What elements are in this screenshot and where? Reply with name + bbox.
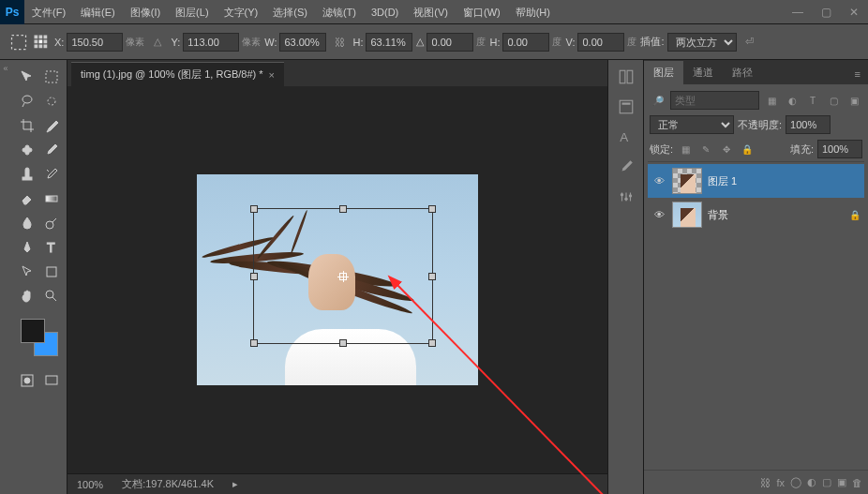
screenmode-tool[interactable] — [40, 369, 63, 392]
menu-file[interactable]: 文件(F) — [24, 0, 73, 24]
shape-tool[interactable] — [40, 261, 63, 283]
move-tool[interactable] — [16, 66, 38, 88]
marquee-tool[interactable] — [40, 66, 63, 88]
canvas-image[interactable] — [197, 174, 478, 385]
new-layer-icon[interactable]: ▣ — [837, 476, 846, 488]
fill-input[interactable] — [817, 140, 862, 158]
filter-smart-icon[interactable]: ▣ — [846, 92, 862, 109]
gradient-tool[interactable] — [40, 187, 63, 210]
link-layers-icon[interactable]: ⛓ — [760, 477, 771, 488]
filter-type-icon[interactable]: T — [804, 92, 821, 109]
panel-menu-icon[interactable]: ≡ — [847, 64, 868, 84]
lasso-tool[interactable] — [16, 90, 38, 112]
filter-adj-icon[interactable]: ◐ — [784, 92, 801, 109]
layer-item[interactable]: 👁 图层 1 — [648, 164, 864, 198]
menu-filter[interactable]: 滤镜(T) — [315, 0, 364, 24]
handle-center[interactable] — [339, 273, 347, 280]
filter-shape-icon[interactable]: ▢ — [825, 92, 842, 109]
history-brush-tool[interactable] — [40, 163, 63, 186]
new-group-icon[interactable]: ▢ — [822, 476, 831, 488]
menu-3d[interactable]: 3D(D) — [364, 0, 406, 24]
lock-trans-icon[interactable]: ▦ — [677, 141, 694, 157]
healing-tool[interactable] — [16, 139, 38, 161]
lock-pixel-icon[interactable]: ✎ — [697, 141, 714, 157]
lock-pos-icon[interactable]: ✥ — [718, 141, 735, 157]
lock-all-icon[interactable]: 🔒 — [739, 141, 756, 157]
menu-window[interactable]: 窗口(W) — [456, 0, 508, 24]
menu-image[interactable]: 图像(I) — [123, 0, 168, 24]
tab-channels[interactable]: 通道 — [683, 61, 723, 84]
visibility-icon[interactable]: 👁 — [651, 175, 666, 187]
blend-mode-select[interactable]: 正常 — [650, 115, 734, 134]
layer-item[interactable]: 👁 背景 🔒 — [648, 198, 864, 232]
menu-layer[interactable]: 图层(L) — [168, 0, 216, 24]
new-adj-icon[interactable]: ◐ — [807, 476, 816, 488]
handle-bot-left[interactable] — [250, 339, 258, 347]
strip-adjustments-icon[interactable] — [615, 186, 637, 208]
document-tab-close[interactable]: × — [269, 69, 275, 81]
delta-icon[interactable]: △ — [148, 33, 167, 52]
hskew-input[interactable] — [502, 33, 549, 52]
path-select-tool[interactable] — [16, 261, 38, 283]
mask-icon[interactable]: ◯ — [790, 476, 801, 488]
handle-top-mid[interactable] — [339, 205, 347, 213]
transform-icon[interactable] — [9, 33, 28, 52]
w-input[interactable] — [279, 33, 326, 52]
window-minimize[interactable]: — — [784, 3, 812, 22]
strip-history-icon[interactable] — [615, 66, 637, 88]
handle-mid-left[interactable] — [250, 273, 258, 280]
brush-tool[interactable] — [40, 139, 63, 161]
window-close[interactable]: ✕ — [840, 3, 868, 22]
strip-character-icon[interactable]: A — [615, 126, 637, 148]
handle-top-right[interactable] — [428, 205, 436, 213]
blur-tool[interactable] — [16, 212, 38, 234]
handle-bot-mid[interactable] — [339, 339, 347, 347]
link-wh-icon[interactable]: ⛓ — [330, 33, 349, 52]
interp-select[interactable]: 两次立方 — [667, 33, 737, 52]
document-tab[interactable]: timg (1).jpg @ 100% (图层 1, RGB/8#) * × — [71, 62, 284, 86]
eyedropper-tool[interactable] — [40, 114, 63, 137]
crop-tool[interactable] — [16, 114, 38, 137]
status-chevron-icon[interactable]: ▸ — [232, 478, 238, 490]
delete-layer-icon[interactable]: 🗑 — [852, 477, 862, 488]
handle-top-left[interactable] — [250, 205, 258, 213]
layer-thumbnail[interactable] — [672, 202, 702, 228]
menu-select[interactable]: 选择(S) — [265, 0, 315, 24]
handle-mid-right[interactable] — [428, 273, 436, 280]
transform-bounding-box[interactable] — [253, 208, 433, 344]
strip-brush-icon[interactable] — [615, 156, 637, 178]
reference-point-icon[interactable] — [32, 33, 51, 52]
tab-paths[interactable]: 路径 — [723, 61, 762, 84]
type-tool[interactable]: T — [40, 236, 63, 259]
fx-icon[interactable]: fx — [776, 477, 785, 488]
collapse-handle[interactable]: « — [0, 60, 11, 494]
search-icon[interactable]: 🔎 — [650, 92, 666, 109]
quick-select-tool[interactable] — [40, 90, 63, 112]
x-input[interactable] — [67, 33, 123, 52]
vskew-input[interactable] — [577, 33, 624, 52]
filter-pixel-icon[interactable]: ▦ — [763, 92, 780, 109]
y-input[interactable] — [183, 33, 239, 52]
layer-thumbnail[interactable] — [672, 168, 702, 194]
layer-filter-input[interactable] — [670, 91, 759, 110]
angle-input[interactable] — [427, 33, 473, 52]
window-maximize[interactable]: ▢ — [812, 3, 840, 22]
strip-properties-icon[interactable] — [615, 96, 637, 118]
color-swatches[interactable] — [21, 319, 58, 356]
eraser-tool[interactable] — [16, 187, 38, 210]
layer-name-label[interactable]: 图层 1 — [708, 174, 861, 188]
zoom-tool[interactable] — [40, 285, 63, 307]
opacity-input[interactable] — [786, 115, 831, 134]
handle-bot-right[interactable] — [428, 339, 436, 347]
foreground-swatch[interactable] — [21, 319, 45, 343]
hand-tool[interactable] — [16, 285, 38, 307]
dodge-tool[interactable] — [40, 212, 63, 234]
commit-icon[interactable]: ⏎ — [741, 33, 759, 52]
pen-tool[interactable] — [16, 236, 38, 259]
menu-edit[interactable]: 编辑(E) — [73, 0, 123, 24]
menu-view[interactable]: 视图(V) — [406, 0, 456, 24]
layer-name-label[interactable]: 背景 — [708, 208, 844, 222]
quickmask-tool[interactable] — [16, 369, 38, 392]
visibility-icon[interactable]: 👁 — [651, 209, 666, 220]
h-input[interactable] — [366, 33, 412, 52]
